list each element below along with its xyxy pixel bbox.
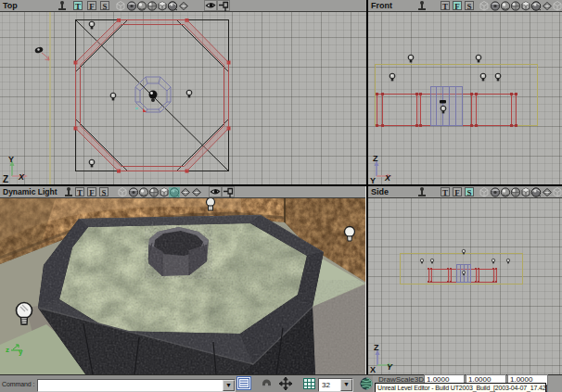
svg-text:X: X (384, 173, 391, 183)
svg-text:Z: Z (3, 174, 8, 184)
svg-text:Z: Z (373, 154, 378, 163)
svg-text:Y: Y (370, 176, 376, 184)
svg-text:Y: Y (387, 362, 393, 372)
svg-text:Z: Z (374, 343, 379, 352)
svg-text:y: y (19, 348, 23, 356)
svg-text:z: z (6, 346, 9, 354)
svg-text:X: X (370, 365, 376, 374)
svg-text:Y: Y (8, 155, 14, 164)
svg-text:X: X (18, 172, 25, 182)
